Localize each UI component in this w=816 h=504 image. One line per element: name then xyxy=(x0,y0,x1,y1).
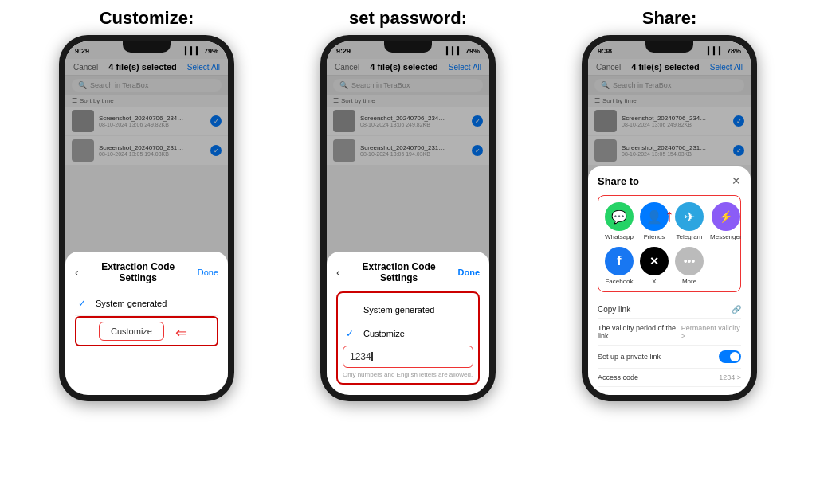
phone1-modal-header: ‹ Extraction Code Settings Done xyxy=(75,261,218,283)
phone1-modal-done[interactable]: Done xyxy=(198,268,218,277)
phone2-input-hint: Only numbers and English letters are all… xyxy=(343,371,473,378)
phone1-modal-title: Extraction Code Settings xyxy=(84,261,193,283)
phone2-options-box: ✓ System generated ✓ Customize 1234 xyxy=(336,291,480,385)
step1-title: Customize: xyxy=(35,8,258,29)
phone1-option-system[interactable]: ✓ System generated xyxy=(75,291,218,316)
phone3-share-telegram[interactable]: ✈ Telegram xyxy=(675,202,704,240)
phone3-friends-label: Friends xyxy=(644,233,665,240)
phone3-private-link-label: Set up a private link xyxy=(598,353,661,361)
phone3-share-title: Share to xyxy=(598,175,639,187)
phone3-messenger-icon: ⚡ xyxy=(712,202,740,231)
phone3-up-arrow: ↑ xyxy=(665,205,674,226)
phone2-input-value: 1234 xyxy=(350,351,466,362)
phone1-screen: 9:29 ▎▎▎ 79% Cancel 4 file(s) selected S… xyxy=(65,41,228,395)
phone3-messenger-label: Messenger xyxy=(710,233,742,240)
phone1-modal-sheet: ‹ Extraction Code Settings Done ✓ System… xyxy=(65,252,228,395)
phone1-customize-btn[interactable]: Customize xyxy=(99,322,164,341)
phone2-cursor xyxy=(371,352,373,361)
phone3-x-icon: ✕ xyxy=(640,247,669,275)
phone1-check-system: ✓ xyxy=(78,298,89,309)
phone3-whatsapp-label: Whatsapp xyxy=(605,233,634,240)
phone1-modal-back[interactable]: ‹ xyxy=(75,266,79,279)
phone3-facebook-icon: f xyxy=(605,247,634,275)
phone2-check-customize: ✓ xyxy=(346,328,357,339)
phone1-option-customize[interactable]: ✓ Customize ⇐ xyxy=(75,316,218,346)
phone3-wrapper: 9:38 ▎▎▎ 78% Cancel 4 file(s) selected S… xyxy=(582,35,757,401)
phone2-option-system[interactable]: ✓ System generated xyxy=(343,298,473,322)
phone3-validity-row[interactable]: The validity period of the link Permanen… xyxy=(598,319,741,346)
phone1: 9:29 ▎▎▎ 79% Cancel 4 file(s) selected S… xyxy=(59,35,234,401)
phone1-wrapper: 9:29 ▎▎▎ 79% Cancel 4 file(s) selected S… xyxy=(59,35,234,401)
phone3-telegram-label: Telegram xyxy=(677,233,703,240)
phone3-facebook-label: Facebook xyxy=(605,278,633,285)
phone3-copy-link-label: Copy link xyxy=(598,305,630,314)
phone2: 9:29 ▎▎▎ 79% Cancel 4 file(s) selected S… xyxy=(320,35,496,401)
phone3-whatsapp-icon: 💬 xyxy=(605,202,634,231)
phone2-modal-overlay: ‹ Extraction Code Settings Done ✓ System… xyxy=(327,41,489,395)
phone1-label-system: System generated xyxy=(96,299,215,308)
phone3-validity-value: Permanent validity > xyxy=(681,324,741,340)
phone3-telegram-icon: ✈ xyxy=(675,202,704,231)
phone2-password-box[interactable]: 1234 xyxy=(343,346,473,368)
phone2-screen: 9:29 ▎▎▎ 79% Cancel 4 file(s) selected S… xyxy=(327,41,489,395)
phone3-share-whatsapp[interactable]: 💬 Whatsapp xyxy=(605,202,634,240)
phone2-modal-title: Extraction Code Settings xyxy=(345,261,453,283)
phone2-modal-sheet: ‹ Extraction Code Settings Done ✓ System… xyxy=(327,252,489,395)
phone3-share-facebook[interactable]: f Facebook xyxy=(605,247,634,285)
phone3-private-link-row[interactable]: Set up a private link xyxy=(598,346,741,369)
phone3-modal-sheet: Share to ✕ 💬 Whatsapp 👤 xyxy=(588,166,751,395)
phone3-link-icon: 🔗 xyxy=(732,305,741,314)
phone2-modal-done[interactable]: Done xyxy=(458,268,481,277)
phone2-wrapper: 9:29 ▎▎▎ 79% Cancel 4 file(s) selected S… xyxy=(320,35,496,401)
phone3-share-x[interactable]: ✕ X xyxy=(640,247,669,285)
phone3-access-code-value: 1234 > xyxy=(719,373,741,381)
step2-title: set password: xyxy=(296,8,520,29)
phone2-modal-header: ‹ Extraction Code Settings Done xyxy=(336,261,480,283)
phone2-label-customize: Customize xyxy=(363,329,470,338)
phone3-more-icon: ••• xyxy=(675,247,704,275)
phone3-share-messenger[interactable]: ⚡ Messenger xyxy=(710,202,742,240)
phone1-modal-overlay: ‹ Extraction Code Settings Done ✓ System… xyxy=(65,41,228,395)
phone3-share-close[interactable]: ✕ xyxy=(732,174,741,187)
phone2-label-system: System generated xyxy=(363,305,470,315)
phone3-private-link-toggle[interactable] xyxy=(719,350,741,363)
phone2-modal-back[interactable]: ‹ xyxy=(336,266,340,279)
phone2-option-customize[interactable]: ✓ Customize xyxy=(343,322,473,346)
phone3-share-more[interactable]: ••• More xyxy=(675,247,704,285)
phones-row: 9:29 ▎▎▎ 79% Cancel 4 file(s) selected S… xyxy=(16,35,800,496)
step3-title: Share: xyxy=(558,8,781,29)
phone1-arrow-indicator: ⇐ xyxy=(175,324,187,342)
phone3-access-code-label: Access code xyxy=(598,373,638,381)
phone3-x-label: X xyxy=(652,278,656,285)
page-header: Customize: set password: Share: xyxy=(16,8,800,29)
phone3-more-label: More xyxy=(682,278,696,285)
phone3-share-header: Share to ✕ xyxy=(598,174,741,187)
phone3-access-code-row[interactable]: Access code 1234 > xyxy=(598,369,741,387)
phone3-validity-label: The validity period of the link xyxy=(598,324,681,340)
phone3-copy-link-row[interactable]: Copy link 🔗 xyxy=(598,300,741,319)
